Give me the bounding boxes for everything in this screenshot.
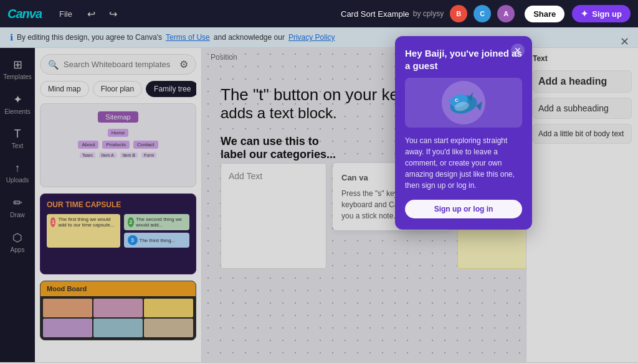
mb-title: Mood Board — [47, 285, 189, 292]
popup-title: Hey Baiji, you've joined as a guest — [405, 47, 522, 72]
sitemap-label: Sitemap — [98, 111, 138, 123]
signup-button[interactable]: ✦ Sign up — [572, 5, 631, 22]
text-item-body[interactable]: Add a little bit of body text — [533, 124, 632, 144]
tc-sticky-2: 2 The second thing we would add... — [124, 214, 190, 230]
mb-cell — [144, 299, 193, 317]
add-text-white: Add Text — [229, 171, 318, 181]
sitemap-node-sm: Team — [80, 152, 95, 158]
avatar-1: B — [450, 5, 467, 22]
mb-cell — [144, 319, 193, 337]
sitemap-diagram: Home About Products Contact Team Item A … — [48, 129, 188, 158]
mb-cell — [43, 319, 92, 337]
avatar-2: C — [474, 5, 491, 22]
text-sidebar-title: Text — [533, 54, 632, 63]
tag-mindmap[interactable]: Mind map — [40, 81, 89, 97]
text-item-subheading[interactable]: Add a subheading — [533, 98, 632, 119]
top-close-button[interactable]: ✕ — [620, 35, 629, 49]
redo-button[interactable]: ↪ — [105, 6, 121, 22]
file-menu-button[interactable]: File — [54, 7, 77, 21]
popup-close-button[interactable]: ✕ — [511, 44, 525, 57]
sitemap-node-sm: Item B — [120, 152, 138, 158]
privacy-link[interactable]: Privacy Policy — [288, 33, 335, 42]
tc-sticky-1: 1 The first thing we would add to our ti… — [47, 214, 120, 248]
topbar: Canva File ↩ ↪ Card Sort Example by cply… — [0, 0, 638, 27]
filter-icon[interactable]: ⚙ — [179, 58, 188, 70]
sitemap-node-sm: Item A — [99, 152, 117, 158]
sticky-white[interactable]: Add Text — [221, 163, 326, 269]
mb-cell — [43, 299, 92, 317]
template-card-sitemap[interactable]: Sitemap Home About Products Contact Team… — [40, 103, 196, 187]
search-bar: 🔍 ⚙ — [40, 54, 196, 75]
search-icon: 🔍 — [48, 60, 59, 70]
text-item-heading[interactable]: Add a heading — [533, 70, 632, 93]
sitemap-node: About — [78, 141, 98, 149]
notice-text-middle: and acknowledge our — [214, 33, 285, 42]
sidebar-item-templates[interactable]: ⊞ Templates — [2, 53, 32, 85]
uploads-icon: ↑ — [15, 162, 21, 175]
popup-illustration — [405, 78, 522, 128]
mb-cell — [93, 319, 143, 337]
sitemap-node: Contact — [133, 141, 158, 149]
tc-sticky-3: 3 The third thing... — [124, 233, 190, 248]
apps-icon: ⬡ — [12, 231, 22, 245]
avatar-3: A — [497, 5, 515, 22]
info-icon: ℹ — [10, 32, 13, 42]
templates-icon: ⊞ — [13, 58, 22, 72]
guest-popup: ✕ Hey Baiji, you've joined as a guest — [395, 36, 532, 230]
popup-body: You can start exploring straight away. I… — [405, 135, 522, 191]
sidebar-item-uploads[interactable]: ↑ Uploads — [2, 157, 32, 189]
tag-floorplan[interactable]: Floor plan — [93, 81, 142, 97]
draw-icon: ✏ — [13, 196, 22, 210]
undo-button[interactable]: ↩ — [83, 6, 99, 22]
sidebar-item-elements[interactable]: ✦ Elements — [2, 88, 32, 120]
sidebar-item-text[interactable]: T Text — [2, 123, 32, 154]
icon-sidebar: ⊞ Templates ✦ Elements T Text ↑ Uploads … — [0, 48, 35, 362]
canva-logo: Canva — [7, 7, 42, 21]
text-icon: T — [14, 128, 21, 141]
template-card-timecapsule[interactable]: Our Time Capsule 1 The first thing we wo… — [40, 194, 196, 274]
tc-title: Our Time Capsule — [47, 200, 189, 209]
mb-header: Mood Board — [40, 281, 196, 296]
tag-familytree[interactable]: Family tree — [146, 81, 196, 97]
main-layout: ⊞ Templates ✦ Elements T Text ↑ Uploads … — [0, 48, 638, 362]
sidebar-item-draw[interactable]: ✏ Draw — [2, 191, 32, 223]
by-label: by cplysy — [413, 9, 444, 18]
sitemap-node: Products — [102, 141, 130, 149]
template-card-moodboard[interactable]: Mood Board — [40, 281, 196, 340]
mb-cell — [93, 299, 143, 317]
dolphin-illustration — [436, 80, 492, 126]
project-name: Card Sort Example — [341, 9, 409, 19]
tc-content: 1 The first thing we would add to our ti… — [47, 214, 189, 248]
sitemap-node-sm: Form — [141, 152, 156, 158]
popup-cta-button[interactable]: Sign up or log in — [405, 200, 522, 218]
share-button[interactable]: Share — [525, 6, 564, 22]
search-input[interactable] — [64, 60, 174, 69]
templates-panel: 🔍 ⚙ Mind map Floor plan Family tree Site… — [35, 48, 202, 362]
terms-link[interactable]: Terms of Use — [166, 33, 210, 42]
svg-point-4 — [456, 99, 457, 100]
signup-icon: ✦ — [581, 9, 588, 19]
text-sidebar: Text Add a heading Add a subheading Add … — [526, 48, 638, 362]
template-tags: Mind map Floor plan Family tree — [40, 81, 196, 97]
sidebar-item-apps[interactable]: ⬡ Apps — [2, 226, 32, 258]
notice-bar: ℹ By editing this design, you agree to C… — [0, 27, 638, 48]
elements-icon: ✦ — [13, 93, 22, 106]
mb-grid — [40, 296, 196, 340]
notice-text-before: By editing this design, you agree to Can… — [17, 33, 162, 42]
sitemap-node: Home — [108, 129, 128, 137]
